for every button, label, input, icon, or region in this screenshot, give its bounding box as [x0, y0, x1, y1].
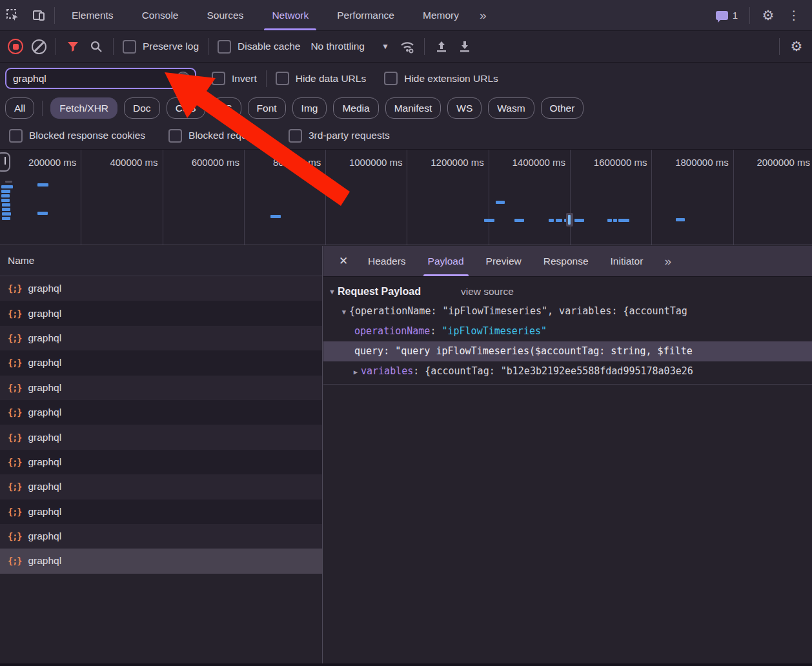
request-row[interactable]: {;}graphql [0, 400, 322, 425]
request-row[interactable]: {;}graphql [0, 376, 322, 400]
waterfall-bar[interactable] [549, 219, 554, 222]
payload-tree-row[interactable]: operationName: "ipFlowTimeseries" [323, 321, 812, 341]
disable-cache-checkbox[interactable] [218, 40, 231, 54]
tab-performance[interactable]: Performance [323, 0, 409, 30]
payload-tree-row[interactable]: ▼{operationName: "ipFlowTimeseries", var… [323, 301, 812, 321]
request-payload-header[interactable]: ▼ Request Payload view source [323, 277, 812, 301]
kebab-menu-icon[interactable]: ⋮ [781, 8, 807, 23]
devtools-bottom-edge [0, 663, 812, 666]
detail-tab-payload[interactable]: Payload [417, 246, 475, 276]
waterfall-bar[interactable] [37, 183, 48, 187]
request-row[interactable]: {;}graphql [0, 500, 322, 524]
more-detail-tabs-icon[interactable]: » [658, 246, 678, 276]
payload-tree-row[interactable]: query: "query ipFlowTimeseries($accountT… [323, 341, 812, 361]
filter-input[interactable] [12, 72, 176, 85]
record-network-log-icon[interactable] [4, 35, 27, 58]
tab-elements[interactable]: Elements [57, 0, 128, 30]
close-detail-icon[interactable]: ✕ [330, 246, 357, 276]
waterfall-bar[interactable] [2, 217, 10, 220]
request-row[interactable]: {;}graphql [0, 524, 322, 549]
filter-chip-media[interactable]: Media [333, 97, 378, 119]
filter-chip-img[interactable]: Img [292, 97, 327, 119]
request-row[interactable]: {;}graphql [0, 326, 322, 350]
import-har-icon[interactable] [430, 35, 453, 58]
waterfall-bar[interactable] [1, 194, 10, 197]
tab-memory[interactable]: Memory [409, 0, 473, 30]
expand-triangle-icon[interactable]: ▶ [350, 362, 361, 381]
network-settings-gear-icon[interactable]: ⚙ [785, 35, 808, 58]
waterfall-bar[interactable] [37, 212, 48, 215]
hide-data-urls-checkbox[interactable] [276, 72, 289, 85]
export-har-icon[interactable] [453, 35, 476, 58]
detail-tab-initiator[interactable]: Initiator [600, 246, 655, 276]
clear-filter-icon[interactable]: ✕ [176, 72, 190, 85]
waterfall-bar[interactable] [574, 219, 584, 222]
detail-tab-response[interactable]: Response [533, 246, 600, 276]
waterfall-bar[interactable] [514, 219, 524, 222]
filter-chip-manifest[interactable]: Manifest [385, 97, 442, 119]
request-row[interactable]: {;}graphql [0, 276, 322, 301]
inspect-element-icon[interactable] [0, 0, 26, 30]
waterfall-bar[interactable] [5, 181, 12, 183]
payload-tree-row[interactable]: ▶variables: {accountTag: "b12e3b2192ee55… [323, 361, 812, 381]
device-toolbar-icon[interactable] [26, 0, 52, 30]
clear-network-log-icon[interactable] [27, 35, 50, 58]
waterfall-bar[interactable] [676, 218, 685, 221]
filter-chip-doc[interactable]: Doc [124, 97, 160, 119]
name-column-label: Name [8, 255, 34, 267]
waterfall-bar[interactable] [2, 208, 10, 211]
filter-chip-fetch-xhr[interactable]: Fetch/XHR [50, 97, 117, 119]
messages-icon[interactable] [716, 11, 728, 20]
detail-tab-headers[interactable]: Headers [357, 246, 417, 276]
waterfall-bar[interactable] [618, 219, 629, 222]
network-overview-timeline[interactable]: 200000 ms400000 ms600000 ms800000 ms1000… [0, 150, 812, 245]
request-row[interactable]: {;}graphql [0, 450, 322, 474]
search-icon[interactable] [85, 35, 108, 58]
name-column-header[interactable]: Name [0, 246, 322, 276]
waterfall-bar[interactable] [613, 219, 617, 222]
expand-triangle-icon[interactable]: ▼ [339, 302, 349, 322]
request-row[interactable]: {;}graphql [0, 350, 322, 375]
filter-chip-font[interactable]: Font [248, 97, 286, 119]
timeline-tick-label: 600000 ms [163, 150, 245, 245]
tab-sources[interactable]: Sources [193, 0, 258, 30]
3rd-party-requests-checkbox[interactable] [289, 129, 302, 143]
filter-chip-js[interactable]: JS [212, 97, 241, 119]
filter-chip-all[interactable]: All [5, 97, 34, 119]
preserve-log-checkbox[interactable] [123, 40, 136, 54]
request-row[interactable]: {;}graphql [0, 549, 322, 573]
blocked-requests-checkbox[interactable] [168, 129, 182, 143]
waterfall-bar[interactable] [1, 185, 13, 188]
settings-gear-icon[interactable]: ⚙ [755, 8, 781, 23]
waterfall-bar[interactable] [556, 219, 562, 222]
filter-chip-ws[interactable]: WS [447, 97, 482, 119]
waterfall-bar[interactable] [2, 212, 11, 216]
tab-console[interactable]: Console [128, 0, 193, 30]
more-panels-icon[interactable]: » [473, 0, 493, 30]
waterfall-bar[interactable] [2, 203, 10, 207]
filter-chip-css[interactable]: CSS [167, 97, 205, 119]
waterfall-bar[interactable] [496, 201, 505, 204]
waterfall-bar[interactable] [270, 215, 281, 218]
request-row[interactable]: {;}graphql [0, 425, 322, 449]
network-conditions-icon[interactable] [396, 35, 419, 58]
filter-chip-wasm[interactable]: Wasm [488, 97, 534, 119]
invert-checkbox[interactable] [212, 72, 225, 85]
collapse-triangle-icon[interactable]: ▼ [329, 288, 338, 296]
waterfall-selected-marker[interactable] [568, 215, 571, 225]
waterfall-bar[interactable] [484, 219, 494, 222]
request-row[interactable]: {;}graphql [0, 474, 322, 499]
timeline-left-handle[interactable] [0, 152, 10, 172]
blocked-response-cookies-checkbox[interactable] [9, 129, 23, 143]
filter-icon[interactable] [61, 35, 85, 58]
hide-extension-urls-checkbox[interactable] [384, 72, 398, 85]
waterfall-bar[interactable] [1, 199, 10, 202]
request-row[interactable]: {;}graphql [0, 301, 322, 325]
throttling-dropdown[interactable]: No throttling ▼ [304, 41, 395, 52]
tab-network[interactable]: Network [258, 0, 323, 30]
waterfall-bar[interactable] [1, 190, 10, 193]
filter-chip-other[interactable]: Other [541, 97, 584, 119]
view-source-link[interactable]: view source [461, 286, 514, 298]
waterfall-bar[interactable] [607, 219, 612, 222]
detail-tab-preview[interactable]: Preview [475, 246, 533, 276]
